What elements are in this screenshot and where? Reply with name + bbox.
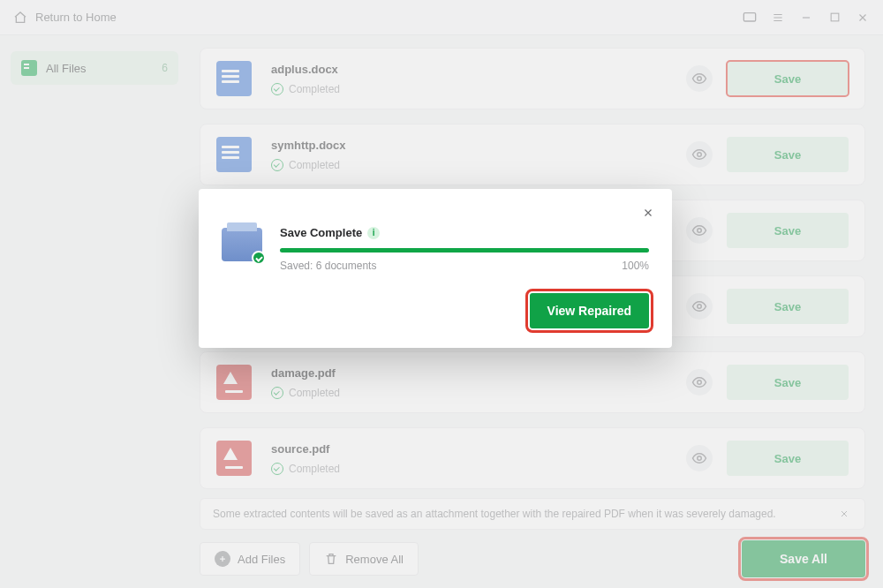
save-button[interactable]: Save (727, 365, 849, 400)
save-all-button[interactable]: Save All (742, 540, 865, 577)
save-button-label: Save (774, 300, 801, 313)
save-button-label: Save (774, 452, 801, 465)
save-button-label: Save (774, 376, 801, 389)
add-files-button[interactable]: Add Files (200, 542, 300, 576)
save-button[interactable]: Save (727, 441, 849, 476)
preview-button[interactable] (686, 65, 713, 92)
sidebar-item-all-files[interactable]: All Files 6 (11, 51, 178, 85)
save-button-label: Save (774, 72, 801, 86)
svg-point-5 (698, 305, 702, 309)
home-icon (12, 10, 28, 26)
file-status-text: Completed (289, 387, 340, 399)
return-home-link[interactable]: Return to Home (12, 10, 117, 26)
file-name: adplus.docx (271, 63, 686, 76)
svg-point-2 (698, 77, 702, 81)
file-name: symhttp.docx (271, 139, 686, 152)
svg-point-6 (698, 381, 702, 385)
save-button-label: Save (774, 224, 801, 237)
bottom-bar: Add Files Remove All Save All (200, 530, 865, 581)
file-row: source.pdfCompletedSave (200, 427, 865, 489)
window-controls (742, 10, 871, 26)
preview-button[interactable] (686, 369, 713, 396)
check-icon (271, 83, 283, 95)
minimize-icon[interactable] (798, 10, 814, 26)
sidebar: All Files 6 (0, 35, 189, 588)
save-button[interactable]: Save (727, 137, 849, 172)
menu-icon[interactable] (770, 10, 786, 26)
check-icon (271, 159, 283, 171)
file-status-text: Completed (289, 159, 340, 171)
word-icon (216, 61, 252, 96)
printer-success-icon (222, 228, 262, 261)
preview-button[interactable] (686, 445, 713, 471)
file-name: source.pdf (271, 442, 686, 456)
pdf-icon (216, 365, 252, 400)
progress-percent: 100% (622, 260, 649, 272)
word-icon (216, 137, 252, 172)
info-strip: Some extracted contents will be saved as… (200, 498, 865, 530)
modal-title: Save Complete (280, 226, 362, 239)
preview-button[interactable] (686, 141, 713, 168)
progress-bar (280, 248, 649, 253)
view-repaired-button[interactable]: View Repaired (530, 293, 649, 328)
info-strip-text: Some extracted contents will be saved as… (213, 508, 776, 520)
save-complete-modal: Save Complete i Saved: 6 documents 100% … (199, 189, 672, 348)
svg-rect-1 (831, 13, 839, 21)
return-home-label: Return to Home (35, 11, 117, 24)
saved-count-text: Saved: 6 documents (280, 260, 376, 272)
feedback-icon[interactable] (742, 10, 758, 26)
close-icon[interactable] (855, 10, 871, 26)
check-icon (271, 387, 283, 399)
remove-all-button[interactable]: Remove All (309, 542, 419, 576)
file-name: damage.pdf (271, 366, 686, 380)
remove-all-label: Remove All (345, 553, 404, 566)
svg-point-7 (698, 456, 702, 461)
save-button[interactable]: Save (727, 213, 849, 248)
preview-button[interactable] (686, 217, 713, 244)
save-all-label: Save All (780, 552, 827, 566)
maximize-icon[interactable] (826, 10, 842, 26)
modal-close-icon[interactable] (640, 205, 656, 221)
check-icon (271, 463, 283, 475)
sidebar-file-count: 6 (162, 62, 168, 74)
plus-icon (215, 551, 230, 567)
info-icon[interactable]: i (367, 227, 380, 239)
pdf-icon (216, 441, 252, 476)
add-files-label: Add Files (238, 553, 285, 566)
file-status-text: Completed (289, 463, 340, 475)
svg-point-3 (698, 153, 702, 157)
trash-icon (324, 552, 338, 566)
preview-button[interactable] (686, 293, 713, 320)
file-row: symhttp.docxCompletedSave (200, 124, 865, 185)
info-close-icon[interactable] (836, 506, 852, 522)
save-button[interactable]: Save (727, 289, 849, 324)
sidebar-item-label: All Files (46, 62, 87, 75)
files-icon (21, 60, 37, 76)
svg-rect-0 (743, 12, 755, 20)
view-repaired-label: View Repaired (547, 304, 631, 318)
file-status-text: Completed (289, 83, 340, 95)
save-button-label: Save (774, 148, 801, 162)
app-window: Return to Home All Files 6 adplus.docxCo… (0, 0, 883, 588)
svg-point-4 (698, 229, 702, 233)
file-row: damage.pdfCompletedSave (200, 351, 865, 413)
titlebar: Return to Home (0, 0, 883, 35)
save-button[interactable]: Save (727, 61, 849, 96)
file-row: adplus.docxCompletedSave (200, 48, 865, 109)
